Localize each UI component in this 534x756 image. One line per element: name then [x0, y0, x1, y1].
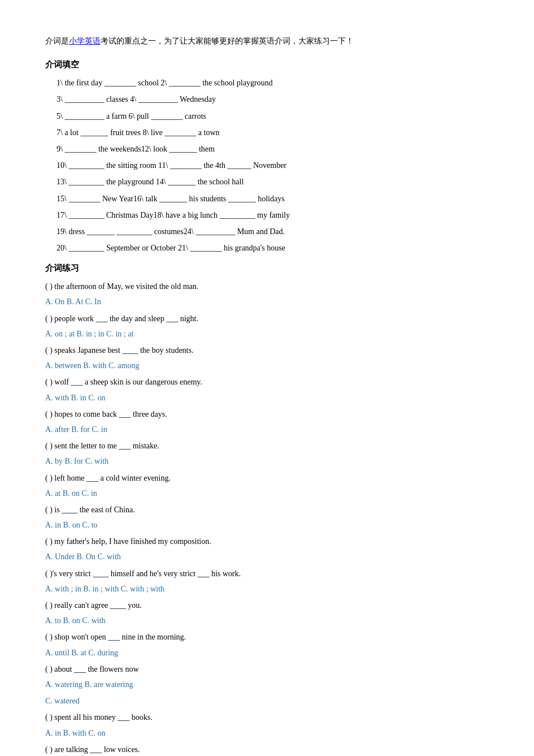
fill-section: 介词填空 1\ the first day ________ school 2\…: [45, 57, 489, 255]
question-12: ( ) about ___ the flowers now: [45, 662, 489, 676]
exercise-item-4: ( ) hopes to come back ___ three days. A…: [45, 407, 489, 437]
exercise-section: 介词练习 ( ) the afternoon of May, we visite…: [45, 261, 489, 756]
fill-line-4: 7\ a lot _______ fruit trees 8\ live ___…: [57, 126, 489, 140]
answer-1: A. on ; at B. in ; in C. in ; at: [45, 327, 489, 341]
fill-section-title: 介词填空: [45, 57, 489, 72]
question-11: ( ) shop won't open ___ nine in the morn…: [45, 630, 489, 644]
answer-12b: C. watered: [45, 694, 489, 708]
question-7: ( ) is ____ the east of China.: [45, 503, 489, 517]
question-10: ( ) really can't agree ____ you.: [45, 598, 489, 612]
intro-link[interactable]: 小学英语: [69, 37, 101, 45]
answer-7: A. in B. on C. to: [45, 518, 489, 532]
intro-text-before: 介词是: [45, 37, 69, 45]
fill-line-5: 9\ ________ the weekends12\ look _______…: [57, 142, 489, 156]
answer-10: A. to B. on C. with: [45, 614, 489, 628]
exercise-item-14: ( ) are talking ___ low voices.: [45, 742, 489, 756]
exercise-item-5: ( ) sent the letter to me ___ mistake. A…: [45, 439, 489, 468]
fill-line-10: 19\ dress _______ _________ costumes24\ …: [57, 224, 489, 239]
exercise-section-title: 介词练习: [45, 261, 489, 276]
exercise-item-2: ( ) speaks Japanese best ____ the boy st…: [45, 343, 489, 373]
intro-text-after: 考试的重点之一，为了让大家能够更好的掌握英语介词，大家练习一下！: [101, 37, 354, 45]
answer-2: A. between B. with C. among: [45, 358, 489, 373]
answer-8: A. Under B. On C. with: [45, 550, 489, 564]
question-1: ( ) people work ___ the day and sleep __…: [45, 312, 489, 326]
question-3: ( ) wolf ___ a sheep skin is our dangero…: [45, 375, 489, 389]
question-2: ( ) speaks Japanese best ____ the boy st…: [45, 343, 489, 357]
exercise-item-6: ( ) left home ___ a cold winter evening.…: [45, 471, 489, 500]
fill-line-2: 3\ __________ classes 4\ __________ Wedn…: [57, 92, 489, 106]
exercise-item-1: ( ) people work ___ the day and sleep __…: [45, 312, 489, 341]
question-4: ( ) hopes to come back ___ three days.: [45, 407, 489, 421]
question-5: ( ) sent the letter to me ___ mistake.: [45, 439, 489, 453]
answer-3: A. with B. in C. on: [45, 391, 489, 405]
question-0: ( ) the afternoon of May, we visited the…: [45, 279, 489, 293]
answer-6: A. at B. on C. in: [45, 486, 489, 500]
answer-12a: A. watering B. are watering: [45, 677, 489, 692]
question-9: ( )'s very strict ____ himself and he's …: [45, 567, 489, 581]
exercise-item-3: ( ) wolf ___ a sheep skin is our dangero…: [45, 375, 489, 404]
question-6: ( ) left home ___ a cold winter evening.: [45, 471, 489, 485]
fill-line-9: 17\ _________ Christmas Day18\ have a bi…: [57, 208, 489, 222]
fill-line-8: 15\ ________ New Year16\ talk _______ hi…: [57, 192, 489, 206]
fill-line-11: 20\ _________ September or October 21\ _…: [57, 241, 489, 255]
answer-13: A. in B. with C. on: [45, 726, 489, 740]
answer-11: A. until B. at C. during: [45, 646, 489, 660]
intro-paragraph: 介词是小学英语考试的重点之一，为了让大家能够更好的掌握英语介词，大家练习一下！: [45, 34, 489, 48]
exercise-item-7: ( ) is ____ the east of China. A. in B. …: [45, 503, 489, 532]
exercise-item-9: ( )'s very strict ____ himself and he's …: [45, 567, 489, 596]
question-14: ( ) are talking ___ low voices.: [45, 742, 489, 756]
answer-0: A. On B. At C. In: [45, 295, 489, 309]
answer-4: A. after B. for C. in: [45, 422, 489, 437]
fill-line-6: 10\ _________ the sitting room 11\ _____…: [57, 158, 489, 172]
exercise-item-11: ( ) shop won't open ___ nine in the morn…: [45, 630, 489, 659]
exercise-item-10: ( ) really can't agree ____ you. A. to B…: [45, 598, 489, 628]
fill-line-3: 5\ __________ a farm 6\ pull ________ ca…: [57, 109, 489, 123]
exercise-item-12: ( ) about ___ the flowers now A. waterin…: [45, 662, 489, 709]
exercise-item-8: ( ) my father's help, I have finished my…: [45, 534, 489, 564]
fill-line-1: 1\ the first day ________ school 2\ ____…: [57, 76, 489, 90]
exercise-item-0: ( ) the afternoon of May, we visited the…: [45, 279, 489, 309]
question-8: ( ) my father's help, I have finished my…: [45, 534, 489, 548]
answer-9: A. with ; in B. in ; with C. with ; with: [45, 582, 489, 596]
fill-lines: 1\ the first day ________ school 2\ ____…: [57, 76, 489, 255]
fill-line-7: 13\ _________ the playground 14\ _______…: [57, 175, 489, 189]
exercise-item-13: ( ) spent all his money ___ books. A. in…: [45, 710, 489, 740]
question-13: ( ) spent all his money ___ books.: [45, 710, 489, 724]
answer-5: A. by B. for C. with: [45, 454, 489, 468]
